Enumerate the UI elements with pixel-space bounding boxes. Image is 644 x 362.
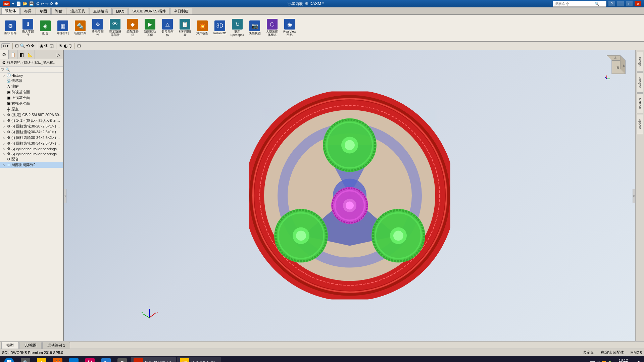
minimize-btn[interactable]: ─ — [617, 1, 624, 6]
toolbar-btn-10[interactable]: 📋 材料明细表 — [177, 16, 193, 39]
ribbon-tab-0[interactable]: 装配体 — [1, 7, 20, 14]
view-orientation-btn[interactable]: ⊡ ▾ — [1, 43, 10, 48]
toolbar-btn-11[interactable]: 💥 爆炸视图 — [194, 16, 211, 39]
pan-icon[interactable]: ✥ — [31, 43, 35, 48]
tree-item-0[interactable]: ▷🕐History — [0, 73, 63, 78]
search-input[interactable] — [554, 2, 595, 6]
zoom-fit-icon[interactable]: ⊡ — [15, 43, 19, 48]
display-style-icon[interactable]: ◉ — [40, 43, 43, 48]
redo-btn[interactable]: ↪ — [45, 1, 49, 6]
toolbar-btn-8[interactable]: ▶ 新建运动算例 — [142, 16, 158, 39]
property-manager-tab[interactable]: 📋 — [9, 50, 17, 59]
taskbar-app1[interactable]: ⚙ — [115, 357, 130, 362]
tree-item-13[interactable]: ▷⚙(-) cylindrical roller bearings gb·... — [0, 146, 63, 151]
tree-item-12[interactable]: ▷⚙(-) 圆柱齿轮30-34×2.5<3> (默认< — [0, 141, 63, 146]
taskbar-search[interactable]: 🔍 — [18, 357, 33, 362]
feature-tree-tab[interactable]: ⚙ — [0, 50, 9, 59]
tree-expand-0[interactable]: ▷ — [1, 74, 6, 77]
new-btn[interactable]: 📄 — [16, 1, 21, 6]
analysis-tab-btn[interactable]: Analyse — [637, 72, 643, 93]
toolbar-btn-12[interactable]: 3D Instant3D — [211, 16, 228, 39]
bottom-tab-1[interactable]: 3D视图 — [19, 342, 42, 349]
taskbar-clock[interactable]: 18:12 2021/12/15 — [614, 358, 635, 362]
toolbar-btn-3[interactable]: ▦ 零件排列 — [54, 16, 71, 39]
ribbon-tab-2[interactable]: 草图 — [36, 8, 51, 14]
toolbar-btn-4[interactable]: 🔩 智能扣件 — [72, 16, 89, 39]
expand-btn[interactable]: ▷ — [54, 50, 63, 59]
toolbar-btn-0[interactable]: ⚙ 编辑部件 — [2, 16, 19, 39]
toolbar-btn-16[interactable]: ◉ RealView 图形 — [281, 16, 298, 39]
ribbon-tab-4[interactable]: 渲染工具 — [67, 8, 89, 14]
panel-right-collapse-btn[interactable]: ▷ — [633, 189, 635, 203]
tree-item-11[interactable]: ▷⚙(-) 圆柱齿轮30-34×2.5<2> (默认< — [0, 135, 63, 141]
taskbar-folder[interactable]: 📁 H:\微信公众号\1... — [177, 357, 220, 362]
show-desktop-btn[interactable]: ▮ — [637, 360, 640, 362]
taskbar-photoshop[interactable]: Ps — [99, 357, 113, 362]
print-btn[interactable]: 🖨 — [35, 1, 39, 6]
filter-icon[interactable]: ▽ — [1, 67, 4, 72]
ribbon-tab-3[interactable]: 评估 — [51, 8, 66, 14]
tree-expand-9[interactable]: ▷ — [1, 125, 6, 128]
start-button[interactable] — [1, 357, 17, 362]
zoom-in-icon[interactable]: 🔍 — [20, 43, 25, 48]
maximize-btn[interactable]: □ — [626, 1, 633, 6]
ribbon-tab-7[interactable]: SOLIDWORKS 插件 — [129, 8, 169, 14]
config-manager-tab[interactable]: ◧ — [17, 50, 26, 59]
taskbar-edge[interactable]: e — [66, 357, 81, 362]
toolbar-btn-14[interactable]: 📷 快拍视图 — [246, 16, 263, 39]
design-tab-btn[interactable]: Design — [637, 52, 643, 72]
taskbar-browser[interactable]: 🦊 — [50, 357, 65, 362]
toolbar-btn-6[interactable]: 👁 显示隐藏零部件 — [107, 16, 123, 39]
options-btn[interactable]: ⚙ — [55, 1, 58, 6]
tree-item-9[interactable]: ▷⚙(-) 圆柱齿轮30-20×2.5<1> (默认< — [0, 123, 63, 129]
ribbon-tab-1[interactable]: 布局 — [20, 8, 35, 14]
taskbar-solidworks[interactable]: SW SOLIDWORKS P... — [131, 357, 176, 362]
toolbar-btn-7[interactable]: ◆ 装配体特征 — [124, 16, 141, 39]
lighting-icon[interactable]: ☀ — [59, 43, 63, 48]
tree-item-7[interactable]: ▷⚙(固定) GB 2.5M 88T 20PA 30FW·... — [0, 112, 63, 118]
close-btn[interactable]: ✕ — [635, 1, 641, 6]
tree-item-1[interactable]: 📡传感器 — [0, 78, 63, 84]
tree-expand-12[interactable]: ▷ — [1, 142, 6, 145]
toolbar-btn-9[interactable]: △ 参考几何体 — [159, 16, 176, 39]
material-tab-btn[interactable]: Material — [637, 93, 643, 113]
tree-item-6[interactable]: ┼原点 — [0, 106, 63, 112]
ribbon-tab-6[interactable]: MBD — [112, 9, 128, 14]
bottom-tab-2[interactable]: 运动算例 1 — [42, 342, 70, 349]
display-settings-icon[interactable]: ⊞ — [77, 43, 81, 48]
tree-expand-13[interactable]: ▷ — [1, 147, 6, 151]
rotate-icon[interactable]: ⟲ — [26, 43, 30, 48]
panel-collapse-btn[interactable]: ◁ — [64, 189, 66, 203]
toolbar-btn-1[interactable]: ⬇ 插入零部件 — [19, 16, 36, 39]
toolbar-btn-15[interactable]: ⬡ 大型装配体模式 — [264, 16, 281, 39]
hide-show-icon[interactable]: 👁 — [44, 43, 49, 48]
tree-item-5[interactable]: ▣右视基准面 — [0, 101, 63, 106]
open-btn[interactable]: 📂 — [22, 1, 28, 6]
tree-expand-7[interactable]: ▷ — [1, 113, 6, 117]
appearance-tab-btn[interactable]: Appear — [637, 114, 643, 134]
search-tree-icon[interactable]: 🔍 — [5, 67, 10, 72]
tree-item-10[interactable]: ▷⚙(-) 圆柱齿轮30-34×2.5<1> (默认< — [0, 129, 63, 135]
tree-expand-14[interactable]: ▷ — [1, 152, 6, 156]
help-btn[interactable]: ? — [608, 1, 615, 6]
tree-item-15[interactable]: ⚙配合 — [0, 156, 63, 162]
search-bar[interactable]: 🔍 — [553, 1, 606, 7]
taskbar-photos[interactable]: 🖼 — [83, 357, 97, 362]
taskbar-file-explorer[interactable]: 🗂 — [34, 357, 49, 362]
save-btn[interactable]: 💾 — [29, 1, 34, 6]
ribbon-tab-5[interactable]: 直接编辑 — [90, 8, 112, 14]
tree-item-14[interactable]: ▷⚙(-) cylindrical roller bearings gb·... — [0, 151, 63, 156]
scene-icon[interactable]: ⬡ — [68, 43, 72, 48]
tree-expand-8[interactable]: ▷ — [1, 119, 6, 122]
ribbon-tab-8[interactable]: 今日制建 — [170, 8, 192, 14]
tree-expand-11[interactable]: ▷ — [1, 136, 6, 140]
tree-item-3[interactable]: ▣前视基准面 — [0, 89, 63, 95]
viewport[interactable]: 前 上 右 X Y Z ◁ — [64, 50, 635, 341]
app-menu-btn[interactable]: ▾ — [12, 2, 14, 6]
tree-item-2[interactable]: A注解 — [0, 84, 63, 89]
section-view-icon[interactable]: ◱ — [50, 43, 54, 48]
toolbar-btn-13[interactable]: ↻ 更新 Speedpak — [229, 16, 246, 39]
tray-icons[interactable]: ⌨ 🔊 📶 🔋 — [590, 361, 612, 362]
tree-item-4[interactable]: ▣上视基准面 — [0, 95, 63, 101]
rebuild-btn[interactable]: ⟳ — [50, 1, 53, 6]
